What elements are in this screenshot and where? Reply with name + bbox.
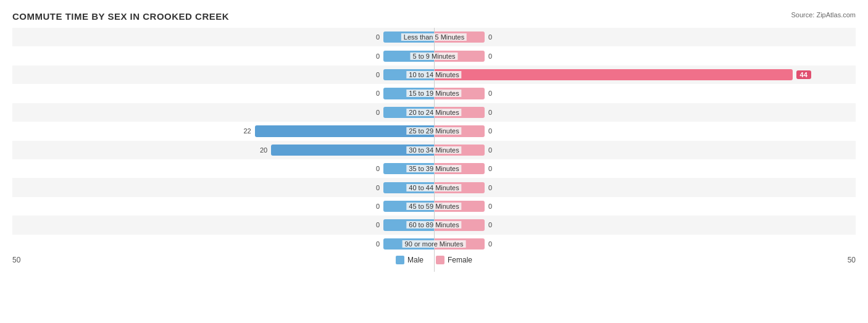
- male-bar: [255, 125, 434, 136]
- female-value-zero: 0: [488, 165, 492, 172]
- female-bar: [434, 163, 485, 174]
- chart-area: 0 Less than 5 Minutes 0 0 5 to 9 Minutes…: [12, 28, 856, 272]
- male-bar: [271, 145, 434, 156]
- legend-male-label: Male: [407, 256, 424, 264]
- female-value-zero: 0: [488, 221, 492, 229]
- female-value-zero: 0: [488, 240, 492, 248]
- female-bar: [434, 88, 485, 99]
- female-bar: [434, 238, 485, 250]
- left-section: 0: [12, 28, 434, 46]
- male-bar: [383, 201, 434, 212]
- left-section: 0: [12, 65, 434, 84]
- left-section: 0: [12, 159, 434, 178]
- female-bar: [434, 107, 485, 118]
- female-bar: [434, 51, 485, 62]
- male-bar: [383, 31, 434, 43]
- female-bar: [434, 182, 485, 193]
- left-section: 0: [12, 197, 434, 216]
- male-value-zero: 0: [376, 240, 380, 248]
- left-section: 22: [12, 122, 434, 140]
- female-bar: [434, 219, 485, 230]
- female-value-highlight: 44: [796, 70, 811, 79]
- left-section: 0: [12, 103, 434, 122]
- female-bar: [434, 31, 485, 43]
- male-value-zero: 0: [376, 90, 380, 97]
- female-value-zero: 0: [488, 146, 492, 154]
- male-bar: [383, 163, 434, 174]
- male-value-zero: 0: [376, 52, 380, 60]
- chart-header: COMMUTE TIME BY SEX IN CROOKED CREEK Sou…: [12, 11, 856, 22]
- male-bar: [383, 182, 434, 193]
- left-section: 0: [12, 216, 434, 234]
- right-section: 0: [434, 84, 856, 103]
- male-value-zero: 0: [376, 109, 380, 116]
- female-bar: [434, 69, 793, 80]
- male-bar: [383, 88, 434, 99]
- male-bar: [383, 219, 434, 230]
- female-bar: [434, 201, 485, 212]
- male-value: 22: [243, 127, 251, 135]
- chart-source: Source: ZipAtlas.com: [791, 11, 856, 19]
- legend-female-label: Female: [448, 256, 472, 264]
- left-section: 20: [12, 141, 434, 159]
- right-section: 0: [434, 159, 856, 178]
- legend-female-box: [436, 256, 444, 264]
- chart-container: COMMUTE TIME BY SEX IN CROOKED CREEK Sou…: [0, 0, 868, 323]
- male-value-zero: 0: [376, 165, 380, 172]
- right-section: 0: [434, 235, 856, 253]
- left-axis-label: 50: [12, 256, 31, 264]
- legend-female: Female: [436, 256, 472, 264]
- male-bar: [383, 51, 434, 62]
- male-value: 20: [260, 146, 267, 154]
- chart-title: COMMUTE TIME BY SEX IN CROOKED CREEK: [12, 11, 229, 22]
- left-section: 0: [12, 178, 434, 196]
- right-section: 0: [434, 216, 856, 234]
- male-value-zero: 0: [376, 71, 380, 78]
- female-bar: [434, 145, 485, 156]
- right-section: 0: [434, 141, 856, 159]
- male-bar: [383, 107, 434, 118]
- right-section: 0: [434, 122, 856, 140]
- right-section: 0: [434, 178, 856, 196]
- right-section: 0: [434, 103, 856, 122]
- male-value-zero: 0: [376, 184, 380, 191]
- female-value-zero: 0: [488, 90, 492, 97]
- female-value-zero: 0: [488, 52, 492, 60]
- right-section: 0: [434, 28, 856, 46]
- female-value-zero: 0: [488, 203, 492, 210]
- left-section: 0: [12, 46, 434, 65]
- axis-line: [434, 28, 435, 272]
- female-value-zero: 0: [488, 184, 492, 191]
- female-value-zero: 0: [488, 109, 492, 116]
- female-bar: [434, 125, 485, 136]
- left-section: 0: [12, 235, 434, 253]
- male-bar: [383, 238, 434, 250]
- female-value-zero: 0: [488, 127, 492, 135]
- female-value-zero: 0: [488, 33, 492, 41]
- right-section: 44: [434, 65, 856, 84]
- left-section: 0: [12, 84, 434, 103]
- right-section: 0: [434, 46, 856, 65]
- legend-male-box: [396, 256, 404, 264]
- right-axis-label: 50: [837, 256, 856, 264]
- legend-male: Male: [396, 256, 424, 264]
- male-value-zero: 0: [376, 33, 380, 41]
- male-bar: [383, 69, 434, 80]
- right-section: 0: [434, 197, 856, 216]
- male-value-zero: 0: [376, 203, 380, 210]
- male-value-zero: 0: [376, 221, 380, 229]
